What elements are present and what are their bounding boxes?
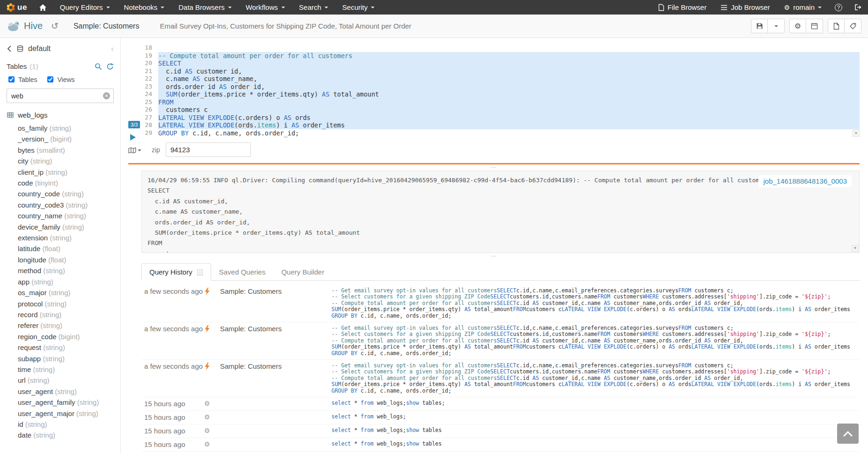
column-item[interactable]: user_agent_major (string) <box>7 408 114 419</box>
column-item[interactable]: extension (string) <box>7 232 114 243</box>
column-item[interactable]: country_code3 (string) <box>7 200 114 210</box>
menu-security[interactable]: Security <box>335 0 382 15</box>
code-editor[interactable]: 1819-- Compute total amount per order fo… <box>141 44 860 137</box>
menu-data-browsers[interactable]: Data Browsers <box>171 0 238 15</box>
editor-line[interactable]: 21 c.id AS customer_id, <box>141 67 860 75</box>
column-item[interactable]: time (string) <box>7 364 114 375</box>
column-item[interactable]: longitude (float) <box>7 254 114 265</box>
history-row[interactable]: 15 hours ago ⚙ select * from web_logs;sh… <box>141 438 860 451</box>
column-item[interactable]: city (string) <box>7 156 114 166</box>
history-row[interactable]: a few seconds ago Sample: Customers-- Ge… <box>141 359 860 397</box>
clear-search-icon[interactable]: ✕ <box>103 92 110 99</box>
column-item[interactable]: country_name (string) <box>7 210 114 221</box>
editor-line[interactable]: 28LATERAL VIEW EXPLODE(ords.items) i AS … <box>141 121 860 129</box>
column-item[interactable]: user_agent (string) <box>7 386 114 397</box>
editor-line[interactable]: 18 <box>141 44 860 52</box>
column-item[interactable]: method (string) <box>7 265 114 276</box>
column-item[interactable]: id (string) <box>7 419 114 430</box>
scroll-to-top-button[interactable] <box>837 424 859 444</box>
settings-button[interactable]: ⚙ <box>789 19 806 33</box>
editor-line[interactable]: 19-- Compute total amount per order for … <box>141 52 860 60</box>
column-item[interactable]: date (string) <box>7 430 114 440</box>
column-item[interactable]: protocol (string) <box>7 298 114 309</box>
column-item[interactable]: code (tinyint) <box>7 178 114 188</box>
history-row[interactable]: 15 hours ago ⚙ select * from web_logs;sh… <box>141 451 860 454</box>
editor-line[interactable]: 22 c.name AS customer_name, <box>141 75 860 83</box>
column-item[interactable]: os_major (string) <box>7 287 114 298</box>
editor-line[interactable]: 26 customers c <box>141 106 860 114</box>
status-gears-icon: ⚙ <box>204 400 210 407</box>
log-scroll-down-arrow[interactable]: ▼ <box>852 245 859 252</box>
resize-handle[interactable]: ⋯ <box>128 253 860 259</box>
tab-query-builder[interactable]: Query Builder <box>273 263 332 281</box>
resize-handle[interactable]: ⋯ <box>128 164 860 171</box>
refresh-icon[interactable] <box>106 63 114 70</box>
editor-line[interactable]: 27LATERAL VIEW EXPLODE(c.orders) o AS or… <box>141 114 860 122</box>
clear-history-icon[interactable] <box>197 268 203 276</box>
menu-notebooks[interactable]: Notebooks <box>117 0 172 15</box>
hive-logo[interactable] <box>7 20 21 32</box>
history-row[interactable]: a few seconds ago Sample: Customers-- Ge… <box>141 285 860 322</box>
menu-search[interactable]: Search <box>292 0 336 15</box>
job-browser-link[interactable]: Job Browser <box>714 0 777 15</box>
user-menu[interactable]: ⚙ romain <box>777 0 829 15</box>
execute-button[interactable] <box>130 134 136 141</box>
history-row[interactable]: 15 hours ago ⚙ select * from web_logs;sh… <box>141 397 860 410</box>
menu-query-editors[interactable]: Query Editors <box>53 0 117 15</box>
query-title[interactable]: Sample: Customers <box>74 22 140 30</box>
column-item[interactable]: bytes (smallint) <box>7 145 114 156</box>
hue-logo[interactable]: ue <box>0 0 33 15</box>
editor-line[interactable]: 29GROUP BY c.id, c.name, ords.order_id; <box>141 129 860 137</box>
file-browser-link[interactable]: File Browser <box>651 0 714 15</box>
history-row[interactable]: a few seconds ago Sample: Customers-- Ge… <box>141 322 860 359</box>
home-button[interactable] <box>33 0 53 15</box>
column-item[interactable]: record (string) <box>7 309 114 320</box>
menu-workflows[interactable]: Workflows <box>239 0 292 15</box>
column-item[interactable]: os_family (string) <box>7 123 114 134</box>
column-item[interactable]: referer (string) <box>7 320 114 331</box>
collapse-panel-icon[interactable]: ‹ <box>111 45 114 53</box>
history-row[interactable]: 15 hours ago ⚙ select * from web_logs; <box>141 410 860 424</box>
editor-line[interactable]: 23 ords.order_id AS order_id, <box>141 83 860 91</box>
column-item[interactable]: request (string) <box>7 342 114 353</box>
query-history-icon[interactable]: ↺ <box>51 22 59 30</box>
tags-button[interactable] <box>845 19 861 33</box>
variable-input[interactable] <box>166 142 251 157</box>
tab-query-history[interactable]: Query History <box>141 263 211 281</box>
back-chevron-icon[interactable] <box>7 45 12 52</box>
table-search-input[interactable] <box>7 89 114 103</box>
editor-line[interactable]: 25FROM <box>141 98 860 106</box>
column-item[interactable]: client_ip (string) <box>7 167 114 178</box>
history-row[interactable]: 15 hours ago ⚙ select * from web_logs;sh… <box>141 424 860 438</box>
search-icon[interactable] <box>95 63 102 70</box>
schedule-button[interactable] <box>806 19 823 33</box>
column-item[interactable]: subapp (string) <box>7 353 114 364</box>
filter-views[interactable]: Views <box>45 75 74 84</box>
sql-token: (order_items.price * order_items.qty) <box>341 306 464 313</box>
filter-tables[interactable]: Tables <box>7 75 37 84</box>
column-item[interactable]: user_agent_family (string) <box>7 397 114 408</box>
table-item-web_logs[interactable]: web_logs <box>7 111 114 119</box>
editor-line[interactable]: 24 SUM(order_items.price * order_items.q… <box>141 90 860 98</box>
statement-counter-badge[interactable]: 3/3 <box>128 121 140 128</box>
functions-panel-button[interactable] <box>128 147 141 154</box>
views-checkbox[interactable] <box>47 76 53 82</box>
tab-saved-queries[interactable]: Saved Queries <box>211 263 273 281</box>
logout-button[interactable] <box>848 0 868 15</box>
column-item[interactable]: region_code (bigint) <box>7 331 114 342</box>
save-dropdown-button[interactable] <box>768 19 785 33</box>
job-link[interactable]: job_1461888648136_0003 <box>758 175 852 187</box>
column-item[interactable]: app (string) <box>7 276 114 287</box>
column-item[interactable]: _version_ (bigint) <box>7 134 114 144</box>
save-button[interactable] <box>751 19 768 33</box>
column-item[interactable]: country_code (string) <box>7 188 114 199</box>
editor-line[interactable]: 20SELECT <box>141 60 860 67</box>
column-item[interactable]: url (string) <box>7 375 114 386</box>
tables-checkbox[interactable] <box>8 76 15 82</box>
column-item[interactable]: latitude (float) <box>7 243 114 254</box>
column-item[interactable]: device_family (string) <box>7 222 114 232</box>
new-document-button[interactable] <box>828 19 845 33</box>
editor-scroll-down-arrow[interactable]: ▼ <box>853 130 860 137</box>
help-button[interactable]: ? <box>829 0 848 15</box>
database-name[interactable]: default <box>28 45 51 53</box>
